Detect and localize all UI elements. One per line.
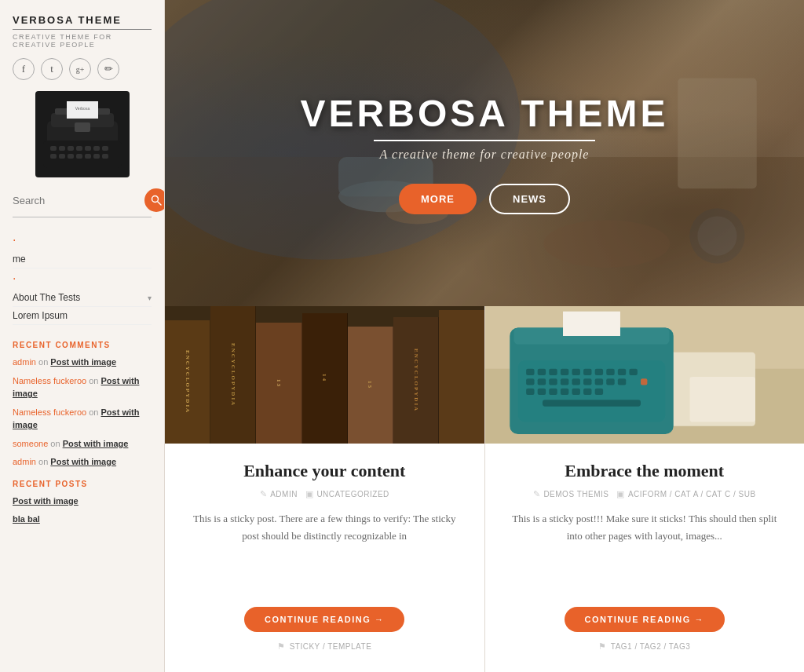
- hero-title: VERBOSA THEME: [301, 92, 669, 141]
- search-input[interactable]: [13, 195, 144, 206]
- svg-rect-11: [68, 154, 74, 159]
- sidebar-brand-subtitle: CREATIVE THEME FOR CREATIVE PEOPLE: [13, 33, 152, 49]
- svg-rect-62: [583, 389, 591, 395]
- svg-rect-55: [606, 378, 614, 385]
- svg-rect-66: [563, 312, 620, 336]
- svg-rect-54: [594, 378, 602, 385]
- svg-rect-43: [583, 369, 591, 375]
- svg-rect-59: [549, 389, 557, 395]
- comment-item-3: Nameless fuckeroo on Post withimage: [13, 406, 152, 432]
- nav-item-about[interactable]: About The Tests ▾: [13, 289, 152, 307]
- svg-rect-41: [560, 369, 568, 375]
- comment-item-5: admin on Post with image: [13, 455, 152, 469]
- svg-rect-49: [537, 378, 545, 385]
- post-card-2: Embrace the moment ✎ DEMOS THEMIS ▣ ACIF…: [485, 306, 805, 672]
- svg-rect-61: [572, 389, 579, 395]
- twitter-icon[interactable]: t: [41, 58, 63, 80]
- post-tags-2: ⚑ TAG1 / TAG2 / TAG3: [598, 641, 690, 652]
- nav-item-lorem[interactable]: Lorem Ipsum: [13, 307, 152, 325]
- sidebar-logo: Verbosa: [35, 91, 130, 177]
- continue-reading-button-2[interactable]: CONTINUE READING →: [565, 607, 725, 632]
- svg-rect-47: [629, 369, 637, 375]
- comment-item-4: someone on Post with image: [13, 437, 152, 451]
- svg-rect-50: [549, 378, 557, 385]
- svg-rect-42: [572, 369, 579, 375]
- svg-rect-13: [85, 154, 91, 159]
- hero-buttons: MORE NEWS: [399, 184, 570, 214]
- recent-posts-title: RECENT POSTS: [13, 480, 152, 488]
- post-image-2: [485, 306, 805, 444]
- post-title-1: Enhance your content: [184, 461, 466, 481]
- search-button[interactable]: [144, 188, 165, 212]
- posts-grid: ENCYCLOPYDIA ENCYCLOPYDIA 13 14 15 ENCYC…: [165, 306, 804, 672]
- svg-rect-63: [594, 389, 602, 395]
- nav-item-me[interactable]: me: [13, 250, 152, 268]
- svg-rect-10: [59, 154, 65, 159]
- svg-rect-8: [102, 146, 108, 151]
- sidebar-brand-title: VERBOSA THEME: [13, 14, 152, 30]
- svg-rect-40: [549, 369, 557, 375]
- svg-rect-53: [583, 378, 591, 385]
- post-tags-1: ⚑ STICKY / TEMPLATE: [277, 641, 371, 652]
- svg-rect-56: [617, 378, 625, 385]
- comment-item-2: Nameless fuckeroo on Post withimage: [13, 374, 152, 400]
- svg-line-22: [158, 202, 161, 205]
- social-links: f t g+ ✏: [13, 58, 152, 80]
- recent-comments-title: RECENT COMMENTS: [13, 341, 152, 349]
- hero-subtitle: A creative theme for creative people: [380, 148, 590, 162]
- post-meta-2: ✎ DEMOS THEMIS ▣ ACIFORM / CAT A / CAT C…: [504, 489, 786, 499]
- hero-more-button[interactable]: MORE: [399, 184, 477, 214]
- recent-post-2: bla bal: [13, 513, 152, 526]
- svg-rect-48: [526, 378, 534, 385]
- svg-rect-20: [75, 122, 90, 132]
- hero-section: VERBOSA THEME A creative theme for creat…: [165, 0, 804, 306]
- svg-rect-35: [689, 377, 755, 422]
- svg-rect-44: [594, 369, 602, 375]
- svg-point-21: [152, 196, 159, 203]
- main-navigation: · me · About The Tests ▾ Lorem Ipsum: [13, 230, 152, 325]
- svg-rect-46: [617, 369, 625, 375]
- continue-reading-button-1[interactable]: CONTINUE READING →: [244, 607, 404, 632]
- search-bar: [13, 188, 152, 217]
- hero-news-button[interactable]: NEWS: [489, 184, 570, 214]
- svg-rect-60: [560, 389, 568, 395]
- svg-rect-15: [102, 154, 108, 159]
- link-icon[interactable]: ✏: [97, 58, 119, 80]
- post-footer-1: CONTINUE READING → ⚑ STICKY / TEMPLATE: [184, 607, 466, 663]
- svg-rect-39: [537, 369, 545, 375]
- nav-item-dot2[interactable]: ·: [13, 268, 152, 289]
- post-body-1: Enhance your content ✎ ADMIN ▣ UNCATEGOR…: [165, 444, 484, 672]
- svg-rect-45: [606, 369, 614, 375]
- post-card-1: ENCYCLOPYDIA ENCYCLOPYDIA 13 14 15 ENCYC…: [165, 306, 485, 672]
- googleplus-icon[interactable]: g+: [69, 58, 91, 80]
- post-title-2: Embrace the moment: [504, 461, 786, 481]
- svg-rect-52: [572, 378, 579, 385]
- svg-text:Verbosa: Verbosa: [75, 106, 90, 111]
- post-footer-2: CONTINUE READING → ⚑ TAG1 / TAG2 / TAG3: [504, 607, 786, 663]
- comment-item-1: admin on Post with image: [13, 356, 152, 369]
- hero-overlay: VERBOSA THEME A creative theme for creat…: [165, 0, 804, 306]
- svg-rect-9: [50, 154, 57, 159]
- post-body-2: Embrace the moment ✎ DEMOS THEMIS ▣ ACIF…: [485, 444, 805, 672]
- post-excerpt-2: This is a sticky post!!! Make sure it st…: [504, 510, 786, 593]
- svg-rect-7: [93, 146, 100, 151]
- nav-item-dot1[interactable]: ·: [13, 230, 152, 250]
- svg-rect-58: [537, 389, 545, 395]
- svg-rect-2: [50, 146, 57, 151]
- svg-rect-67: [641, 378, 647, 385]
- svg-rect-57: [526, 389, 534, 395]
- svg-rect-64: [542, 400, 640, 406]
- svg-rect-3: [59, 146, 65, 151]
- svg-rect-51: [560, 378, 568, 385]
- sidebar: VERBOSA THEME CREATIVE THEME FOR CREATIV…: [0, 0, 165, 672]
- post-image-1: ENCYCLOPYDIA ENCYCLOPYDIA 13 14 15 ENCYC…: [165, 306, 484, 444]
- svg-rect-14: [93, 154, 100, 159]
- post-meta-1: ✎ ADMIN ▣ UNCATEGORIZED: [184, 489, 466, 499]
- svg-rect-38: [526, 369, 534, 375]
- post-excerpt-1: This is a sticky post. There are a few t…: [184, 510, 466, 593]
- svg-rect-4: [68, 146, 74, 151]
- recent-post-1: Post with image: [13, 495, 152, 508]
- svg-rect-12: [76, 154, 82, 159]
- facebook-icon[interactable]: f: [13, 58, 35, 80]
- svg-rect-6: [85, 146, 91, 151]
